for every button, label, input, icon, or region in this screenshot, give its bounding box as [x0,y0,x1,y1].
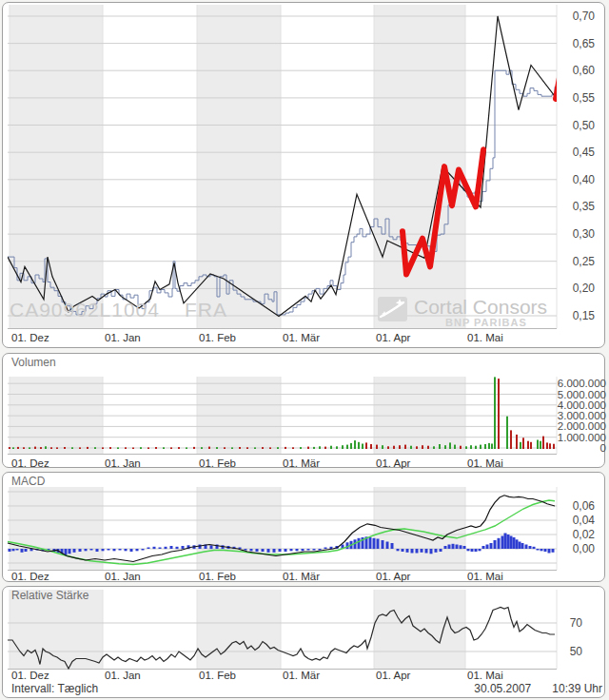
macd-panel [2,472,605,582]
stock-chart-widget: 0,700,650,600,550,500,450,400,350,300,25… [0,0,609,700]
price-panel [2,2,605,348]
volume-panel [2,353,605,468]
rsi-panel [2,586,605,698]
